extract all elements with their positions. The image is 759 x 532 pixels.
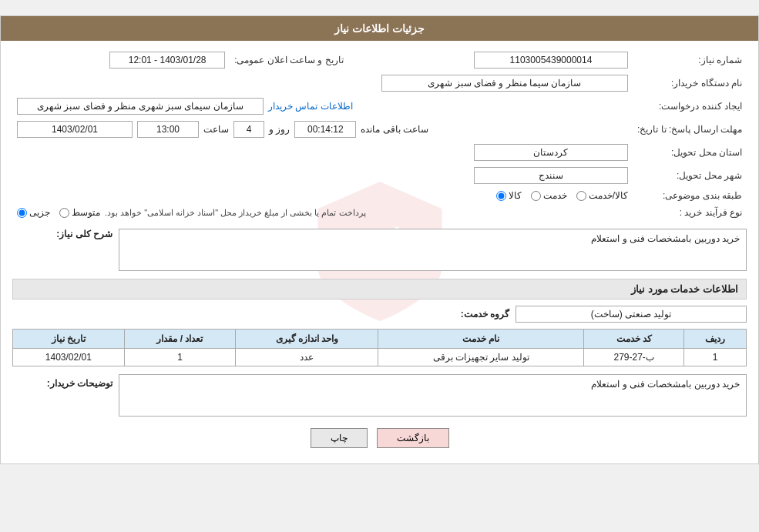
print-button[interactable]: چاپ <box>311 428 368 448</box>
purchaser-org-label: نام دستگاه خریدار: <box>633 72 747 95</box>
days-label: روز و <box>269 124 290 135</box>
col-unit: واحد اندازه گیری <box>236 330 378 349</box>
description-value: خرید دوربین بامشخصات فنی و استعلام <box>119 229 747 271</box>
page-header: جزئیات اطلاعات نیاز <box>1 16 758 41</box>
creator-link[interactable]: اطلاعات تماس خریدار <box>268 101 353 112</box>
category-label: طبقه بندی موضوعی: <box>633 187 747 204</box>
cell-quantity: 1 <box>124 349 236 366</box>
response-deadline-label: مهلت ارسال پاسخ: تا تاریخ: <box>633 118 747 141</box>
services-table: ردیف کد خدمت نام خدمت واحد اندازه گیری ت… <box>12 329 747 366</box>
col-row-num: ردیف <box>684 330 747 349</box>
purchaser-org-value: سازمان سیما منظر و فضای سبز شهری <box>381 75 628 92</box>
category-radio-khedmat[interactable] <box>531 191 541 201</box>
col-service-name: نام خدمت <box>378 330 584 349</box>
group-label: گروه خدمت: <box>461 309 509 320</box>
col-quantity: تعداد / مقدار <box>124 330 236 349</box>
process-note: پرداخت تمام یا بخشی از مبلغ خریداز محل "… <box>105 208 366 218</box>
category-radio-kala[interactable] <box>496 191 506 201</box>
time-label: ساعت <box>203 124 229 135</box>
announce-date-value: 1403/01/28 - 12:01 <box>109 52 225 69</box>
group-value: تولید صنعتی (ساخت) <box>516 306 747 323</box>
description-label: شرح کلی نیاز: <box>56 229 113 239</box>
creator-label: ایجاد کننده درخواست: <box>633 95 747 118</box>
back-button[interactable]: بازگشت <box>377 428 449 448</box>
category-option-kala-khedmat: کالا/خدمت <box>576 190 628 201</box>
buyer-notes-label: توضیحات خریدار: <box>47 378 113 389</box>
process-label: نوع فرآیند خرید : <box>633 204 747 221</box>
time-value: 13:00 <box>137 121 199 138</box>
buyer-notes-section: خرید دوربین بامشخصات فنی و استعلام توضیح… <box>12 374 747 417</box>
province-label: استان محل تحویل: <box>633 141 747 164</box>
buttons-row: بازگشت چاپ <box>12 428 747 448</box>
process-radio-jozei[interactable] <box>17 208 27 218</box>
process-radio-motavasset[interactable] <box>59 208 69 218</box>
cell-date: 1403/02/01 <box>13 349 125 366</box>
province-value: کردستان <box>474 144 628 161</box>
announce-date-label: تاریخ و ساعت اعلان عمومی: <box>230 49 348 72</box>
category-radio-kala-khedmat[interactable] <box>576 191 586 201</box>
cell-row-num: 1 <box>684 349 747 366</box>
remaining-time-value: 00:14:12 <box>294 121 356 138</box>
category-option-khedmat: خدمت <box>531 190 567 201</box>
city-label: شهر محل تحویل: <box>633 164 747 187</box>
category-option-kala: کالا <box>496 190 522 201</box>
city-value: سنندج <box>474 167 628 184</box>
process-option-jozei: جزیی <box>17 207 50 218</box>
table-row: 1 ب-27-279 تولید سایر تجهیزات برقی عدد 1… <box>13 349 747 366</box>
page-title: جزئیات اطلاعات نیاز <box>334 22 425 35</box>
description-section: خرید دوربین بامشخصات فنی و استعلام شرح ک… <box>12 229 747 271</box>
buyer-notes-value: خرید دوربین بامشخصات فنی و استعلام <box>119 374 747 417</box>
category-radio-group: کالا/خدمت خدمت کالا <box>496 190 628 201</box>
creator-value: سازمان سیمای سبز شهری منظر و فضای سبز شه… <box>17 98 264 115</box>
col-service-code: کد خدمت <box>584 330 684 349</box>
need-number-label: شماره نیاز: <box>633 49 747 72</box>
need-number-value: 1103005439000014 <box>474 52 628 69</box>
cell-service-name: تولید سایر تجهیزات برقی <box>378 349 584 366</box>
cell-unit: عدد <box>236 349 378 366</box>
response-date-value: 1403/02/01 <box>17 121 133 138</box>
days-value: 4 <box>233 121 264 138</box>
services-section-title: اطلاعات خدمات مورد نیاز <box>12 279 747 299</box>
process-option-motavasset: متوسط <box>59 207 100 218</box>
remaining-time-label: ساعت باقی مانده <box>361 124 428 135</box>
process-radio-group: متوسط جزیی <box>17 207 100 218</box>
col-date: تاریخ نیاز <box>13 330 125 349</box>
cell-service-code: ب-27-279 <box>584 349 684 366</box>
